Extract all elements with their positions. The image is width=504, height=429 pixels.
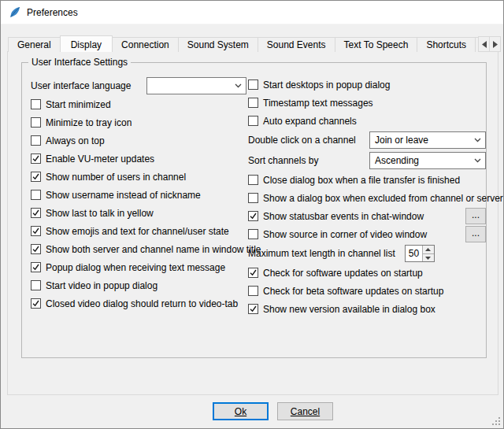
checkbox-label: Show statusbar events in chat-window — [263, 211, 424, 222]
checkbox-start-minimized[interactable]: Start minimized — [31, 95, 246, 113]
right-column: Start desktops in popup dialog Timestamp… — [248, 76, 486, 318]
checkbox-software-updates[interactable]: Check for software updates on startup — [248, 264, 486, 282]
checkbox-last-talk-yellow[interactable]: Show last to talk in yellow — [31, 204, 246, 222]
check-icon — [249, 212, 258, 220]
checkbox-box — [248, 211, 258, 221]
checkbox-vu-meter-updates[interactable]: Enable VU-meter updates — [31, 150, 246, 168]
checkbox-server-channel-title[interactable]: Show both server and channel name in win… — [31, 240, 246, 258]
checkbox-label: Check for beta software updates on start… — [263, 286, 443, 297]
double-click-channel-select[interactable]: Join or leave — [369, 131, 486, 149]
checkbox-label: Show new version available in dialog box — [263, 304, 435, 315]
checkbox-excluded-dialog[interactable]: Show a dialog box when excluded from cha… — [248, 189, 486, 207]
checkbox-label: Auto expand channels — [263, 116, 357, 127]
checkbox-box — [31, 280, 41, 290]
title-bar[interactable]: Preferences — [1, 1, 503, 24]
max-text-length-spinbox[interactable]: 50 — [405, 245, 435, 262]
tab-sound-system[interactable]: Sound System — [178, 37, 258, 52]
checkbox-desktops-popup[interactable]: Start desktops in popup dialog — [248, 76, 486, 94]
sort-channels-row: Sort channels by Ascending — [248, 150, 486, 171]
sort-channels-value: Ascending — [375, 155, 469, 166]
preferences-dialog: { "window": { "title": "Preferences" }, … — [0, 0, 504, 429]
checkbox-timestamp-messages[interactable]: Timestamp text messages — [248, 94, 486, 112]
spin-up-button[interactable] — [423, 246, 434, 253]
app-icon — [9, 6, 21, 19]
checkbox-auto-expand-channels[interactable]: Auto expand channels — [248, 112, 486, 130]
checkbox-box — [31, 172, 41, 182]
statusbar-events-more-button[interactable]: ... — [465, 208, 486, 224]
window-title: Preferences — [27, 7, 78, 18]
chevron-down-icon — [474, 138, 481, 142]
checkbox-video-source-corner[interactable]: Show source in corner of video window ..… — [248, 225, 486, 243]
checkbox-show-user-count[interactable]: Show number of users in channel — [31, 168, 246, 186]
tab-text-to-speech[interactable]: Text To Speech — [335, 37, 418, 52]
video-source-more-button[interactable]: ... — [465, 226, 486, 242]
cancel-button[interactable]: Cancel — [277, 402, 333, 420]
check-icon — [249, 268, 258, 277]
tab-general[interactable]: General — [8, 37, 61, 52]
spin-buttons — [422, 246, 434, 261]
checkbox-box — [31, 117, 41, 128]
check-icon — [32, 245, 40, 253]
spin-up-icon — [425, 248, 431, 251]
max-text-length-label: Maximum text length in channel list — [248, 248, 395, 259]
tab-connection[interactable]: Connection — [112, 37, 179, 52]
checkbox-beta-updates[interactable]: Check for beta software updates on start… — [248, 282, 486, 300]
checkbox-box — [248, 98, 258, 108]
checkbox-statusbar-events[interactable]: Show statusbar events in chat-window ... — [248, 207, 486, 225]
spin-down-icon — [425, 257, 431, 260]
tab-scroll-right-button[interactable] — [489, 36, 501, 52]
checkbox-label: Minimize to tray icon — [46, 117, 132, 128]
checkbox-box — [248, 193, 258, 203]
double-click-label: Double click on a channel — [248, 135, 356, 146]
double-click-row: Double click on a channel Join or leave — [248, 130, 486, 150]
checkbox-username-instead-nickname[interactable]: Show username instead of nickname — [31, 186, 246, 204]
tab-scroll-right-icon — [493, 41, 498, 48]
checkbox-label: Enable VU-meter updates — [46, 153, 154, 165]
sort-channels-select[interactable]: Ascending — [369, 152, 486, 169]
checkbox-label: Popup dialog when receiving text message — [46, 262, 225, 273]
tab-bar: General Display Connection Sound System … — [8, 35, 479, 52]
checkbox-label: Show source in corner of video window — [263, 229, 427, 240]
ok-button-label: Ok — [235, 406, 246, 417]
checkbox-label: Always on top — [46, 135, 105, 146]
checkbox-emojis-text-state[interactable]: Show emojis and text for channel/user st… — [31, 222, 246, 240]
checkbox-video-popup[interactable]: Start video in popup dialog — [31, 276, 246, 294]
checkbox-label: Show a dialog box when excluded from cha… — [263, 193, 503, 204]
language-row: User interface language — [31, 76, 246, 95]
check-icon — [32, 209, 40, 217]
resize-grip-icon[interactable] — [491, 416, 501, 426]
tab-sound-events[interactable]: Sound Events — [258, 37, 335, 52]
checkbox-new-version-dialog[interactable]: Show new version available in dialog box — [248, 300, 486, 318]
checkbox-label: Check for software updates on startup — [263, 268, 423, 279]
checkbox-box — [31, 99, 41, 109]
check-icon — [32, 172, 40, 181]
checkbox-video-return-tab[interactable]: Closed video dialog should return to vid… — [31, 294, 246, 313]
checkbox-minimize-to-tray[interactable]: Minimize to tray icon — [31, 113, 246, 131]
check-icon — [32, 227, 40, 235]
checkbox-popup-text-message[interactable]: Popup dialog when receiving text message — [31, 258, 246, 276]
chevron-down-icon — [235, 83, 242, 88]
checkbox-box — [31, 226, 41, 236]
checkbox-box — [248, 268, 258, 278]
cancel-button-label: Cancel — [291, 406, 320, 417]
ok-button[interactable]: Ok — [213, 402, 269, 420]
checkbox-box — [31, 262, 41, 272]
checkbox-box — [31, 135, 41, 146]
spin-down-button[interactable] — [423, 253, 434, 261]
checkbox-close-filetransfer-dialog[interactable]: Close dialog box when a file transfer is… — [248, 171, 486, 189]
check-icon — [32, 263, 40, 272]
checkbox-box — [248, 80, 258, 90]
tab-scrollers — [478, 36, 500, 52]
language-select[interactable] — [146, 77, 246, 94]
tab-scroll-left-button[interactable] — [478, 36, 490, 52]
checkbox-box — [248, 304, 258, 314]
checkbox-label: Closed video dialog should return to vid… — [46, 298, 238, 309]
tab-display[interactable]: Display — [60, 35, 113, 52]
check-icon — [32, 154, 40, 163]
checkbox-label: Show username instead of nickname — [46, 190, 201, 201]
checkbox-box — [31, 298, 41, 309]
tab-shortcuts[interactable]: Shortcuts — [417, 37, 476, 52]
max-text-length-row: Maximum text length in channel list 50 — [248, 243, 486, 264]
group-title: User Interface Settings — [28, 57, 131, 68]
checkbox-always-on-top[interactable]: Always on top — [31, 131, 246, 150]
